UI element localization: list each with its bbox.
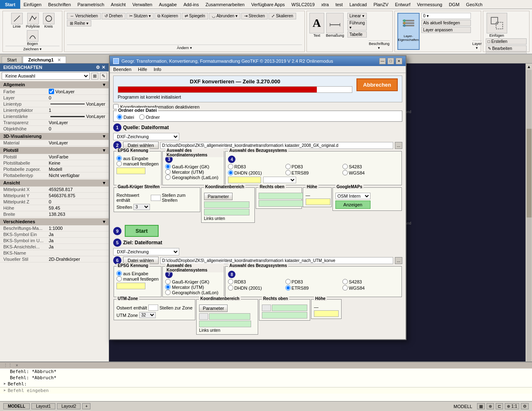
menu-planzv[interactable]: PlanZV [370, 1, 392, 8]
dest-browse-btn[interactable]: ... [395, 257, 402, 264]
source-coord1[interactable]: 3 454027,527 [204, 201, 249, 208]
ribbon-bearbeiten-btn[interactable]: ✎ Bearbeiten [486, 45, 527, 52]
menu-parametrisch[interactable]: Parametrisch [74, 1, 108, 8]
menu-zusammenarbeiten[interactable]: Zusammenarbeiten [202, 1, 248, 8]
source-rd83-radio[interactable] [228, 164, 233, 169]
ribbon-kreis-btn[interactable]: Kreis [43, 13, 55, 28]
source-epsg-value[interactable]: 31467 [116, 168, 145, 174]
ribbon-abrunden-btn[interactable]: ◡ Abrunden ▾ [209, 13, 240, 19]
dest-dhdn-radio[interactable] [228, 285, 233, 291]
source-geo-radio[interactable] [165, 175, 171, 180]
source-streifen-select[interactable]: 3 [133, 204, 150, 210]
source-parameter-btn[interactable]: Parameter [204, 193, 233, 200]
dest-epsg-manuell-radio[interactable] [116, 276, 122, 281]
dest-geo-radio[interactable] [165, 290, 171, 295]
radio-ordner[interactable] [139, 114, 145, 120]
source-coord2[interactable]: 5460246,227 [204, 209, 249, 215]
section-allgemein-header[interactable]: Allgemein▾ [0, 81, 109, 88]
source-anzeigen-btn[interactable]: Anzeigen [335, 201, 370, 209]
dest-epsg-value[interactable]: 25832 [116, 283, 145, 289]
ribbon-bemassung-btn[interactable]: Bemaßung [326, 13, 344, 50]
add-layout-btn[interactable]: + [82, 403, 90, 409]
tab-close-icon[interactable]: ✕ [57, 58, 61, 62]
ribbon-linear-btn[interactable]: Linear ▾ [347, 13, 367, 19]
abort-button[interactable]: Abbrechen [356, 78, 398, 91]
status-settings-btn[interactable]: ⚙ [521, 403, 529, 409]
ribbon-layer-anpassen-btn[interactable]: Layer anpassen [421, 27, 471, 33]
dest-s4283-radio[interactable] [342, 279, 348, 284]
ribbon-fuehrung-btn[interactable]: Führung ▾ [347, 20, 367, 31]
ribbon-bogen-btn[interactable]: Bogen [26, 30, 39, 46]
dest-coord2[interactable]: 5458503,187 [199, 321, 251, 327]
ribbon-layer-dropdown[interactable]: 0 ▾ [421, 13, 471, 19]
dest-wgs84-radio[interactable] [342, 285, 348, 291]
ribbon-erstellen-btn[interactable]: □ Erstellen [486, 38, 527, 45]
panel-action-icon2[interactable]: ✎ [100, 73, 107, 80]
dialog-close-btn[interactable]: ✕ [396, 58, 402, 64]
section-3d-header[interactable]: 3D-Visualisierung▾ [0, 133, 109, 140]
menu-wslc[interactable]: WSLC2019 [288, 1, 318, 8]
status-grid-btn[interactable]: ▦ [477, 403, 485, 409]
menu-addins[interactable]: Add-ins [180, 1, 202, 8]
menu-entwurf[interactable]: Entwurf [392, 1, 413, 8]
status-ortho-btn[interactable]: ⊏ [496, 403, 503, 409]
menu-apps[interactable]: Verfügbare Apps [248, 1, 288, 8]
source-gk-spinner[interactable]: 1 [151, 195, 161, 201]
tab-modell[interactable]: MODELL [3, 403, 30, 409]
dest-utm-spinner[interactable]: 0 [148, 305, 158, 311]
dest-ro-coord1[interactable]: 463165,603 [272, 305, 307, 311]
ribbon-verschieben-btn[interactable]: ↔ Verschieben [67, 13, 101, 19]
source-googlemaps-select[interactable]: OSM Intern [335, 193, 370, 199]
section-plotstil-header[interactable]: Plotstil▾ [0, 147, 109, 154]
dest-hoehe-input[interactable]: - [314, 310, 339, 317]
source-ro-coord1[interactable]: 3 463147,121 [259, 193, 304, 199]
source-pd83-radio[interactable] [285, 164, 291, 169]
source-etrs89-radio[interactable] [285, 170, 291, 175]
status-zoom-btn[interactable]: ⊕ 1:1 [505, 403, 519, 409]
section-ansicht-header[interactable]: Ansicht▾ [0, 180, 109, 187]
tab-layout1[interactable]: Layout1 [31, 403, 55, 409]
source-browse-btn[interactable]: ... [395, 142, 402, 149]
scroll-up-btn[interactable]: ▲ [527, 64, 531, 69]
dialog-menu-info[interactable]: Info [154, 67, 161, 72]
selection-dropdown[interactable]: Keine Auswahl [2, 72, 90, 80]
dest-utm-radio[interactable] [165, 284, 171, 290]
start-button[interactable]: Start [125, 225, 159, 237]
source-dhdn-radio[interactable] [228, 170, 233, 175]
radio-datei[interactable] [117, 114, 122, 120]
dest-ro-coord2[interactable]: 5470240,638 [262, 312, 307, 319]
dest-epsg-aus-radio[interactable] [116, 271, 122, 276]
menu-geoxch[interactable]: GeoXch [463, 1, 486, 8]
tab-zeichnung1[interactable]: Zeichnung1 ✕ [23, 56, 66, 63]
ribbon-polylinie-btn[interactable]: Polylinie [25, 13, 41, 28]
dest-gk-radio[interactable] [165, 279, 171, 284]
dest-format-select[interactable]: DXF-Zeichnung [113, 248, 179, 255]
source-hoehe-input[interactable]: - [306, 198, 330, 205]
menu-einfuegen[interactable]: Einfügen [20, 1, 45, 8]
source-format-select[interactable]: DXF-Zeichnung [113, 133, 179, 140]
ribbon-einfuegen-btn[interactable]: Einfügen [486, 13, 508, 38]
source-ro-coord2[interactable]: 5471989,820 [259, 200, 304, 207]
menu-vermessung[interactable]: Vermessung [414, 1, 446, 8]
source-s4283-radio[interactable] [342, 164, 348, 169]
ribbon-tabelle-btn[interactable]: Tabelle [347, 31, 367, 38]
panel-settings-icon[interactable]: ⚙ [96, 65, 100, 70]
menu-xtra[interactable]: xtra [318, 1, 332, 8]
source-gk-radio[interactable] [165, 164, 171, 169]
source-bezug-extra-select[interactable] [263, 177, 296, 183]
dest-pd83-radio[interactable] [285, 279, 291, 284]
source-epsg-manuell-radio[interactable] [116, 161, 122, 166]
source-utm-radio[interactable] [165, 169, 171, 175]
ribbon-kopieren-btn[interactable]: ⧉ Kopieren [154, 13, 181, 19]
menu-test[interactable]: test [332, 1, 346, 8]
ribbon-reihe-btn[interactable]: ⊞ Reihe ▾ [67, 20, 91, 26]
ribbon-layer-aktuell-btn[interactable]: Als aktuell festlegen [421, 20, 471, 26]
menu-landcad[interactable]: Landcad [346, 1, 370, 8]
menu-ansicht[interactable]: Ansicht [107, 1, 129, 8]
source-wgs84-radio[interactable] [342, 170, 348, 175]
ribbon-layer-eigenschaften-btn[interactable]: Layer-Eigenschaften [397, 13, 420, 50]
ribbon-skalieren-btn[interactable]: ⤢ Skalieren [268, 13, 296, 19]
ribbon-drehen-btn[interactable]: ↺ Drehen [102, 13, 126, 19]
tab-start[interactable]: Start [2, 56, 22, 63]
dest-parameter-btn[interactable]: Parameter [199, 305, 228, 312]
